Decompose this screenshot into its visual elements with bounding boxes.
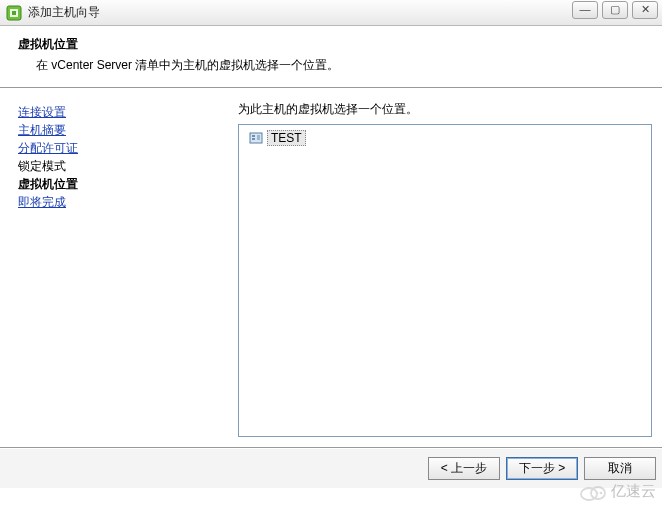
step-assign-license[interactable]: 分配许可证 (18, 139, 222, 157)
svg-point-8 (591, 487, 605, 499)
minimize-button[interactable]: — (572, 1, 598, 19)
main-pane: 为此主机的虚拟机选择一个位置。 TEST (232, 89, 662, 447)
svg-point-10 (600, 491, 603, 494)
svg-rect-5 (252, 138, 255, 140)
window-controls: — ▢ ✕ (572, 1, 658, 19)
datacenter-icon (249, 131, 263, 145)
wizard-header: 虚拟机位置 在 vCenter Server 清单中为主机的虚拟机选择一个位置。 (0, 26, 662, 88)
cancel-button[interactable]: 取消 (584, 457, 656, 480)
svg-rect-4 (252, 135, 255, 137)
page-description: 在 vCenter Server 清单中为主机的虚拟机选择一个位置。 (18, 57, 644, 74)
svg-rect-6 (257, 135, 260, 140)
svg-point-9 (596, 491, 599, 494)
app-icon (6, 5, 22, 21)
svg-rect-2 (12, 11, 16, 15)
titlebar: 添加主机向导 — ▢ ✕ (0, 0, 662, 26)
location-prompt: 为此主机的虚拟机选择一个位置。 (238, 101, 652, 118)
step-connection-settings[interactable]: 连接设置 (18, 103, 222, 121)
step-host-summary[interactable]: 主机摘要 (18, 121, 222, 139)
tree-item-label: TEST (267, 130, 306, 146)
page-title: 虚拟机位置 (18, 36, 644, 53)
maximize-button[interactable]: ▢ (602, 1, 628, 19)
location-tree[interactable]: TEST (238, 124, 652, 437)
step-ready-complete[interactable]: 即将完成 (18, 193, 222, 211)
window-title: 添加主机向导 (28, 4, 100, 21)
steps-sidebar: 连接设置 主机摘要 分配许可证 锁定模式 虚拟机位置 即将完成 (0, 89, 232, 447)
svg-rect-3 (250, 133, 262, 143)
tree-item-datacenter[interactable]: TEST (247, 129, 310, 147)
back-button[interactable]: < 上一步 (428, 457, 500, 480)
next-button[interactable]: 下一步 > (506, 457, 578, 480)
close-button[interactable]: ✕ (632, 1, 658, 19)
svg-point-7 (581, 488, 597, 500)
step-vm-location: 虚拟机位置 (18, 175, 222, 193)
wizard-body: 连接设置 主机摘要 分配许可证 锁定模式 虚拟机位置 即将完成 为此主机的虚拟机… (0, 88, 662, 448)
wizard-footer: < 上一步 下一步 > 取消 (0, 448, 662, 488)
step-lockdown-mode: 锁定模式 (18, 157, 222, 175)
